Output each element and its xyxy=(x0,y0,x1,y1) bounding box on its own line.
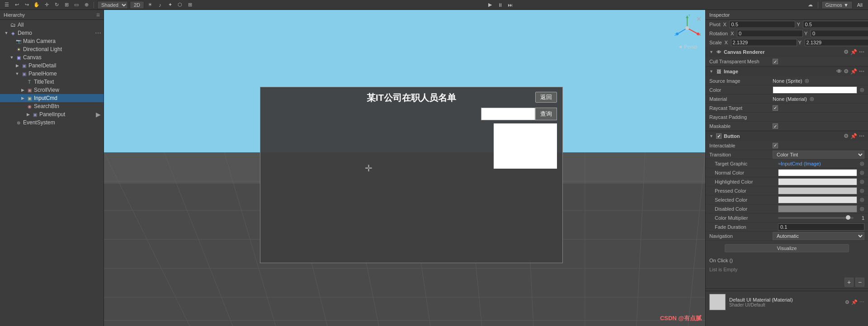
scale-y-input[interactable] xyxy=(805,39,868,46)
add-button[interactable]: + xyxy=(844,278,854,287)
canvas-renderer-more-icon[interactable]: ⋯ xyxy=(859,49,864,55)
hand-tool-icon[interactable]: ✋ xyxy=(33,1,41,9)
highlighted-color-swatch[interactable] xyxy=(778,178,857,185)
button-more-icon[interactable]: ⋯ xyxy=(859,133,864,139)
image-more-icon[interactable]: ⋯ xyxy=(859,68,864,75)
image-eye-icon[interactable]: 👁 xyxy=(836,68,842,75)
visualize-button[interactable]: Visualize xyxy=(725,244,849,252)
fade-duration-input[interactable] xyxy=(778,223,864,231)
undo-icon[interactable]: ↩ xyxy=(13,1,21,9)
rotation-x-input[interactable] xyxy=(737,30,803,37)
source-image-value: None (Sprite) ◎ xyxy=(773,78,864,84)
hierarchy-item-panel-detail[interactable]: ▶ ▣ PanelDetail xyxy=(0,61,104,70)
normal-color-eye-icon[interactable]: ◎ xyxy=(860,170,864,175)
image-gear-icon[interactable]: ⚙ xyxy=(844,68,849,75)
image-color-eye-icon[interactable]: ◎ xyxy=(860,87,864,93)
target-graphic-target-icon[interactable]: ◎ xyxy=(860,161,864,166)
grid-icon[interactable]: ⊞ xyxy=(186,1,194,9)
pressed-color-row: Pressed Color ◎ xyxy=(706,186,868,195)
combo-tool-icon[interactable]: ⊕ xyxy=(82,1,90,9)
hierarchy-menu-icon[interactable]: ≡ xyxy=(96,11,100,19)
hierarchy-item-input-cmd[interactable]: ▶ ▣ InputCmd xyxy=(0,94,104,102)
canvas-renderer-eye[interactable]: 👁 xyxy=(716,49,722,55)
scene-view[interactable]: 某IT公司在职人员名单 返回 查询 Y X Z xyxy=(104,10,705,326)
maskable-checkbox[interactable] xyxy=(773,123,778,129)
scale-tool-icon[interactable]: ⊞ xyxy=(62,1,71,9)
play-icon[interactable]: ▶ xyxy=(486,1,494,9)
scene-icon[interactable]: ⬡ xyxy=(176,1,184,9)
hierarchy-item-all[interactable]: 🗂 All xyxy=(0,21,104,29)
pressed-color-eye-icon[interactable]: ◎ xyxy=(860,188,864,194)
transition-select[interactable]: Color Tint xyxy=(773,151,864,159)
redo-icon[interactable]: ↪ xyxy=(23,1,31,9)
pivot-y-input[interactable] xyxy=(803,21,868,28)
pivot-x-input[interactable] xyxy=(729,21,795,28)
audio-icon[interactable]: ♪ xyxy=(156,1,164,9)
scale-x-input[interactable] xyxy=(731,39,797,46)
step-icon[interactable]: ⏭ xyxy=(506,1,514,9)
search-input[interactable] xyxy=(481,108,535,120)
rotate-tool-icon[interactable]: ↻ xyxy=(52,1,61,9)
hierarchy-item-main-camera[interactable]: 📷 Main Camera xyxy=(0,37,104,45)
cull-transparent-checkbox[interactable] xyxy=(773,59,778,64)
color-multiplier-thumb[interactable] xyxy=(846,215,850,220)
interactable-checkbox[interactable] xyxy=(773,143,778,148)
button-gear-icon[interactable]: ⚙ xyxy=(844,133,849,139)
fx-icon[interactable]: ✦ xyxy=(166,1,174,9)
navigation-value: Automatic xyxy=(773,232,864,240)
material-more-icon[interactable]: ⋯ xyxy=(859,299,864,305)
more-panel-input[interactable]: ▶ xyxy=(94,111,102,118)
image-material-target-icon[interactable]: ◎ xyxy=(810,96,814,102)
source-image-target-icon[interactable]: ◎ xyxy=(805,78,809,84)
canvas-renderer-header[interactable]: ▼ 👁 Canvas Renderer ⚙ 📌 ⋯ xyxy=(706,47,868,57)
hierarchy-item-scroll-view[interactable]: ▶ ▣ ScrollView xyxy=(0,86,104,94)
hierarchy-item-search-btn[interactable]: ◉ SearchBtn xyxy=(0,102,104,110)
hierarchy-item-demo[interactable]: ▼ ◈ Demo ⋯ xyxy=(0,29,104,37)
lighting-icon[interactable]: ☀ xyxy=(146,1,154,9)
rotation-y-input[interactable] xyxy=(811,30,868,37)
hierarchy-item-panel-input[interactable]: ▶ ▣ PanelInput ▶ xyxy=(0,110,104,118)
hierarchy-item-event-system[interactable]: ⊛ EventSystem xyxy=(0,118,104,127)
highlighted-color-row: Highlighted Color ◎ xyxy=(706,177,868,186)
return-button[interactable]: 返回 xyxy=(535,92,557,103)
selected-color-swatch[interactable] xyxy=(778,196,857,203)
unity-menu-icon[interactable]: ☰ xyxy=(3,1,11,9)
gizmos-button[interactable]: Gizmos ▼ xyxy=(821,1,853,9)
image-color-swatch[interactable] xyxy=(773,86,857,94)
material-gear-icon[interactable]: ⚙ xyxy=(845,299,849,305)
search-button[interactable]: 查询 xyxy=(535,108,557,120)
shaded-select[interactable]: Shaded xyxy=(97,1,128,9)
remove-button[interactable]: − xyxy=(855,278,864,287)
rect-tool-icon[interactable]: ▭ xyxy=(72,1,80,9)
normal-color-swatch[interactable] xyxy=(778,169,857,176)
disabled-color-eye-icon[interactable]: ◎ xyxy=(860,206,864,212)
raycast-target-checkbox[interactable] xyxy=(773,105,778,111)
canvas-renderer-pin-icon[interactable]: 📌 xyxy=(850,49,857,55)
button-pin-icon[interactable]: 📌 xyxy=(850,133,857,139)
canvas-renderer-gear-icon[interactable]: ⚙ xyxy=(844,49,849,55)
2d-button[interactable]: 2D xyxy=(130,1,144,9)
image-toggle: ▼ xyxy=(709,69,714,74)
label-main-camera: Main Camera xyxy=(23,38,56,44)
cloud-icon[interactable]: ☁ xyxy=(807,1,815,9)
arrow-demo: ▼ xyxy=(4,30,9,36)
button-header[interactable]: ▼ Button ⚙ 📌 ⋯ xyxy=(706,131,868,141)
move-tool-icon[interactable]: ✛ xyxy=(42,1,51,9)
highlighted-color-eye-icon[interactable]: ◎ xyxy=(860,179,864,184)
hierarchy-item-canvas[interactable]: ▼ ▣ Canvas xyxy=(0,53,104,61)
image-pin-icon[interactable]: 📌 xyxy=(850,68,857,75)
hierarchy-item-title-text[interactable]: T TitleText xyxy=(0,78,104,86)
button-enabled-checkbox[interactable] xyxy=(716,133,722,139)
hierarchy-item-dir-light[interactable]: ☀ Directional Light xyxy=(0,45,104,53)
hierarchy-item-panel-home[interactable]: ▼ ▣ PanelHome xyxy=(0,70,104,78)
material-pin-icon[interactable]: 📌 xyxy=(851,299,858,305)
more-demo[interactable]: ⋯ xyxy=(94,29,102,37)
pause-icon[interactable]: ⏸ xyxy=(496,1,504,9)
selected-color-eye-icon[interactable]: ◎ xyxy=(860,197,864,203)
navigation-select[interactable]: Automatic xyxy=(773,232,864,240)
pressed-color-swatch[interactable] xyxy=(778,187,857,194)
icon-panel-input: ▣ xyxy=(32,111,38,118)
disabled-color-swatch[interactable] xyxy=(778,205,857,213)
image-header[interactable]: ▼ 🖼 Image 👁 ⚙ 📌 ⋯ xyxy=(706,66,868,76)
scene-close-x[interactable]: ✕ xyxy=(696,15,702,23)
